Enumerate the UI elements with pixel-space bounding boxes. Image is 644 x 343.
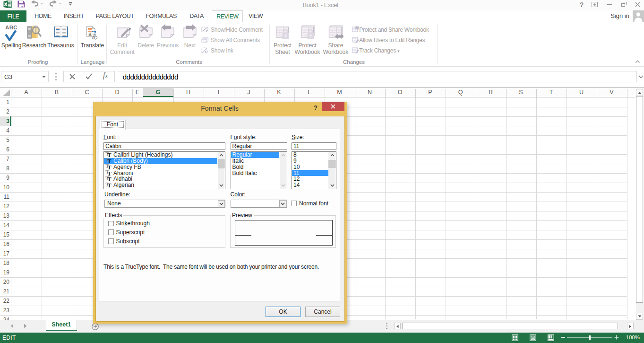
svg-text:a: a [88,31,92,37]
svg-text:あ: あ [92,33,98,40]
